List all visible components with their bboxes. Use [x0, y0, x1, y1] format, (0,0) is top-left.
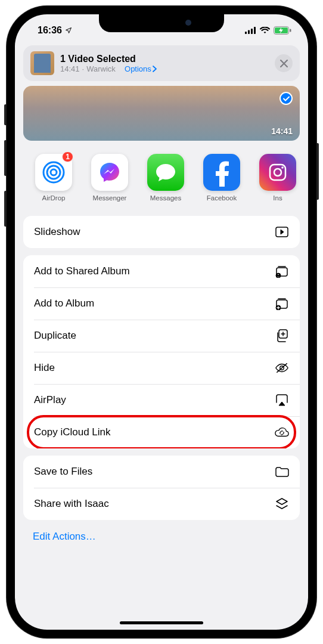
home-indicator[interactable]	[120, 621, 203, 624]
action-copy-icloud-link[interactable]: Copy iCloud Link	[23, 416, 300, 448]
shared-album-icon	[275, 264, 289, 278]
close-button[interactable]	[275, 54, 293, 72]
cellular-icon	[245, 27, 256, 34]
duplicate-icon	[275, 329, 289, 343]
action-slideshow[interactable]: Slideshow	[23, 216, 300, 248]
svg-point-8	[47, 166, 60, 179]
action-share-with-isaac[interactable]: Share with Isaac	[23, 488, 300, 520]
action-group-2: Add to Shared Album Add to Album Duplica…	[23, 255, 300, 448]
instagram-icon	[259, 154, 296, 191]
action-airplay[interactable]: AirPlay	[23, 384, 300, 416]
app-facebook[interactable]: Facebook	[201, 154, 243, 202]
svg-rect-6	[290, 29, 291, 32]
messages-icon	[147, 154, 184, 191]
selection-location: Warwick	[86, 64, 116, 73]
action-group-1: Slideshow	[23, 216, 300, 248]
action-hide[interactable]: Hide	[23, 352, 300, 384]
app-messenger[interactable]: Messenger	[89, 154, 131, 202]
add-album-icon	[275, 296, 289, 311]
action-add-shared-album[interactable]: Add to Shared Album	[23, 255, 300, 287]
action-group-3: Save to Files Share with Isaac	[23, 456, 300, 520]
action-duplicate[interactable]: Duplicate	[23, 320, 300, 352]
svg-point-12	[281, 166, 284, 169]
app-messages[interactable]: Messages	[145, 154, 187, 202]
location-icon	[65, 27, 72, 34]
svg-rect-0	[245, 32, 247, 34]
hide-icon	[275, 361, 289, 375]
app-instagram[interactable]: Ins	[257, 154, 299, 202]
selection-duration: 14:41	[60, 64, 80, 73]
play-icon	[275, 225, 289, 239]
action-save-to-files[interactable]: Save to Files	[23, 456, 300, 488]
selection-thumbnail	[30, 51, 54, 75]
airplay-icon	[275, 393, 289, 407]
selection-header: 1 Video Selected 14:41 · Warwick Options	[23, 45, 300, 81]
facebook-icon	[203, 154, 240, 191]
svg-rect-2	[251, 29, 253, 34]
status-time: 16:36	[38, 25, 72, 36]
battery-icon	[274, 26, 291, 35]
svg-point-16	[278, 274, 279, 275]
svg-rect-1	[248, 30, 250, 35]
edit-actions-link[interactable]: Edit Actions…	[15, 520, 308, 553]
stack-icon	[275, 497, 289, 511]
svg-point-11	[274, 169, 281, 176]
chevron-right-icon	[153, 66, 157, 72]
options-link[interactable]: Options	[125, 64, 157, 73]
media-preview[interactable]: 14:41	[23, 86, 300, 141]
selection-title: 1 Video Selected	[60, 54, 269, 64]
close-icon	[280, 60, 288, 67]
share-sheet: 1 Video Selected 14:41 · Warwick Options	[15, 41, 308, 630]
action-add-album[interactable]: Add to Album	[23, 287, 300, 320]
share-apps-row: 1 AirDrop	[15, 141, 308, 212]
folder-icon	[275, 465, 289, 479]
app-airdrop[interactable]: 1 AirDrop	[33, 154, 74, 202]
preview-duration: 14:41	[271, 126, 293, 136]
selected-checkmark-icon	[279, 92, 293, 105]
wifi-icon	[260, 27, 270, 34]
device-notch	[99, 14, 224, 32]
svg-rect-3	[254, 27, 256, 34]
messenger-icon	[91, 154, 128, 191]
cloud-link-icon	[275, 425, 289, 439]
svg-point-7	[51, 169, 57, 175]
airdrop-badge: 1	[62, 151, 73, 162]
